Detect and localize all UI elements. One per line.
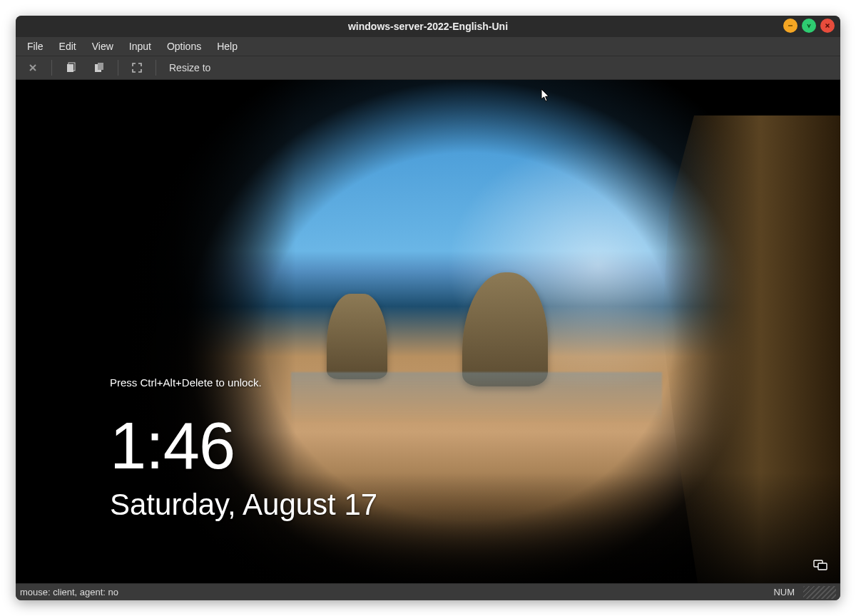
copy-button[interactable] bbox=[58, 58, 83, 78]
paste-button[interactable] bbox=[86, 58, 112, 78]
guest-letterbox-left bbox=[16, 80, 84, 583]
background-rock-icon bbox=[462, 272, 548, 386]
menu-options[interactable]: Options bbox=[160, 39, 208, 53]
status-numlock: NUM bbox=[773, 587, 795, 597]
background-rock-icon bbox=[327, 294, 387, 379]
window-controls bbox=[783, 19, 835, 33]
unlock-hint: Press Ctrl+Alt+Delete to unlock. bbox=[110, 376, 377, 389]
menu-file[interactable]: File bbox=[20, 39, 51, 53]
menubar: File Edit View Input Options Help bbox=[16, 37, 840, 56]
titlebar[interactable]: windows-server-2022-English-Uni bbox=[16, 16, 840, 37]
windows-lockscreen[interactable]: Press Ctrl+Alt+Delete to unlock. 1:46 Sa… bbox=[84, 80, 840, 583]
window-title: windows-server-2022-English-Uni bbox=[348, 21, 508, 32]
resize-to-button[interactable]: Resize to bbox=[162, 58, 218, 78]
lockscreen-text-block: Press Ctrl+Alt+Delete to unlock. 1:46 Sa… bbox=[110, 376, 377, 521]
menu-input[interactable]: Input bbox=[122, 39, 158, 53]
disconnect-button[interactable] bbox=[20, 58, 46, 78]
close-button[interactable] bbox=[820, 19, 835, 33]
menu-edit[interactable]: Edit bbox=[52, 39, 83, 53]
svg-rect-6 bbox=[818, 563, 827, 570]
toolbar-separator bbox=[51, 60, 52, 76]
mouse-cursor-icon bbox=[541, 88, 551, 106]
minimize-button[interactable] bbox=[783, 19, 798, 33]
background-cave-right bbox=[662, 115, 840, 583]
guest-display[interactable]: Press Ctrl+Alt+Delete to unlock. 1:46 Sa… bbox=[16, 80, 840, 583]
toolbar-separator bbox=[118, 60, 118, 76]
lockscreen-time: 1:46 bbox=[110, 413, 377, 478]
status-mouse-agent: mouse: client, agent: no bbox=[20, 587, 773, 597]
resize-grip-icon[interactable] bbox=[803, 586, 836, 599]
fullscreen-button[interactable] bbox=[124, 58, 150, 78]
lockscreen-date: Saturday, August 17 bbox=[110, 488, 377, 521]
menu-help[interactable]: Help bbox=[210, 39, 245, 53]
maximize-button[interactable] bbox=[802, 19, 816, 33]
vm-viewer-window: windows-server-2022-English-Uni File Edi… bbox=[16, 16, 840, 600]
svg-rect-4 bbox=[98, 63, 103, 70]
statusbar: mouse: client, agent: no NUM bbox=[16, 583, 840, 600]
network-icon[interactable] bbox=[813, 559, 827, 570]
menu-view[interactable]: View bbox=[85, 39, 121, 53]
toolbar-separator bbox=[156, 60, 156, 76]
toolbar: Resize to bbox=[16, 56, 840, 80]
